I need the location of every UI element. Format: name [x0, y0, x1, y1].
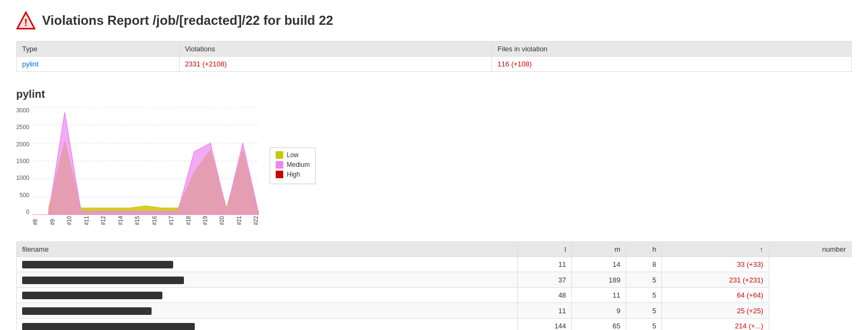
- x-label-11: #11: [84, 216, 90, 225]
- y-label-500: 500: [19, 192, 29, 198]
- x-label-15: #15: [134, 216, 140, 225]
- l-cell: 144: [517, 318, 572, 330]
- file-row-5: 144 65 5 214 (+...): [17, 318, 852, 330]
- page-title: Violations Report /job/[redacted]/22 for…: [42, 13, 333, 28]
- summary-row-pylint: pylint 2331 (+2108) 116 (+108): [17, 57, 852, 72]
- chart-svg: [32, 107, 259, 215]
- legend-swatch-low: [276, 151, 283, 159]
- page-title-row: ! Violations Report /job/[redacted]/22 f…: [16, 11, 852, 30]
- filename-cell: [17, 318, 518, 330]
- col-m: m: [572, 241, 626, 257]
- y-label-3000: 3000: [16, 107, 29, 113]
- l-cell: 11: [517, 257, 572, 272]
- type-cell: pylint: [17, 57, 180, 72]
- x-label-19: #19: [202, 216, 208, 225]
- pylint-link[interactable]: pylint: [22, 60, 38, 68]
- h-cell: 5: [626, 272, 661, 288]
- legend-item-medium: Medium: [276, 161, 310, 169]
- number-cell: 25 (+25): [662, 303, 769, 319]
- x-label-17: #17: [168, 216, 174, 225]
- legend-label-high: High: [286, 171, 300, 178]
- summary-table: Type Violations Files in violation pylin…: [16, 41, 852, 72]
- chart-legend: Low Medium High: [270, 147, 316, 184]
- files-table: filename l m h ↑ number 11 14 8 33 (+33): [16, 241, 852, 330]
- filename-cell: [17, 272, 518, 288]
- warning-icon: !: [16, 11, 36, 30]
- file-row-1: 11 14 8 33 (+33): [17, 257, 852, 272]
- l-cell: 48: [517, 287, 572, 303]
- m-cell: 65: [572, 318, 626, 330]
- x-label-12: #12: [100, 216, 106, 225]
- col-violations: Violations: [179, 42, 492, 57]
- x-label-16: #16: [152, 216, 158, 225]
- violations-cell: 2331 (+2108): [179, 57, 492, 72]
- file-row-4: 11 9 5 25 (+25): [17, 303, 852, 319]
- filename-cell: [17, 287, 518, 303]
- legend-item-high: High: [276, 171, 310, 178]
- x-label-22: #22: [253, 216, 259, 225]
- medium-area: [32, 112, 259, 215]
- x-label-20: #20: [219, 216, 225, 225]
- y-axis: 3000 2500 2000 1500 1000 500 0: [16, 107, 32, 215]
- h-cell: 8: [626, 257, 661, 272]
- x-label-8: #8: [32, 216, 38, 225]
- m-cell: 9: [572, 303, 626, 319]
- h-cell: 5: [626, 287, 661, 303]
- file-link[interactable]: [22, 322, 195, 330]
- x-label-10: #10: [66, 216, 72, 225]
- number-cell: 64 (+64): [662, 287, 769, 303]
- files-cell: 116 (+108): [492, 57, 852, 72]
- file-row-2: 37 189 5 231 (+231): [17, 272, 852, 288]
- legend-label-low: Low: [286, 151, 298, 159]
- file-row-3: 48 11 5 64 (+64): [17, 287, 852, 303]
- l-cell: 37: [517, 272, 572, 288]
- legend-swatch-medium: [276, 161, 283, 169]
- redacted-filename-3: [22, 292, 162, 299]
- redacted-filename-1: [22, 261, 173, 268]
- y-label-0: 0: [26, 208, 29, 215]
- number-cell: 231 (+231): [662, 272, 769, 288]
- legend-swatch-high: [276, 171, 283, 178]
- svg-text:!: !: [24, 17, 28, 28]
- chart-body: #8 #9 #10 #11 #12 #14 #15 #16 #17 #18 #1…: [32, 107, 259, 225]
- x-label-9: #9: [50, 216, 56, 225]
- col-filename: filename: [17, 241, 518, 257]
- chart-area: [32, 107, 259, 215]
- chart-title: pylint: [16, 88, 852, 100]
- col-files: Files in violation: [492, 42, 852, 57]
- col-number: number: [769, 241, 851, 257]
- filename-cell: [17, 303, 518, 319]
- col-h: h: [626, 241, 661, 257]
- number-cell: 214 (+...): [662, 318, 769, 330]
- col-type: Type: [17, 42, 180, 57]
- l-cell: 11: [517, 303, 572, 319]
- h-cell: 5: [626, 318, 661, 330]
- col-sort[interactable]: ↑: [662, 241, 769, 257]
- m-cell: 189: [572, 272, 626, 288]
- redacted-filename-4: [22, 307, 152, 315]
- y-label-2000: 2000: [16, 141, 29, 147]
- m-cell: 11: [572, 287, 626, 303]
- x-label-21: #21: [236, 216, 242, 225]
- y-label-1000: 1000: [16, 174, 29, 181]
- chart-container: 3000 2500 2000 1500 1000 500 0: [16, 107, 852, 225]
- x-label-14: #14: [118, 216, 124, 225]
- legend-item-low: Low: [276, 151, 310, 159]
- y-label-2500: 2500: [16, 124, 29, 130]
- col-l: l: [517, 241, 572, 257]
- filename-cell: [17, 257, 518, 272]
- h-cell: 5: [626, 303, 661, 319]
- redacted-filename-2: [22, 277, 184, 284]
- x-label-18: #18: [186, 216, 192, 225]
- legend-label-medium: Medium: [286, 161, 310, 169]
- y-label-1500: 1500: [16, 158, 29, 164]
- redacted-filename-5: [22, 323, 195, 331]
- page-container: ! Violations Report /job/[redacted]/22 f…: [0, 0, 868, 330]
- number-cell: 33 (+33): [662, 257, 769, 272]
- chart-section: pylint 3000 2500 2000 1500 1000 500 0: [16, 88, 852, 225]
- m-cell: 14: [572, 257, 626, 272]
- x-axis-labels: #8 #9 #10 #11 #12 #14 #15 #16 #17 #18 #1…: [32, 216, 259, 225]
